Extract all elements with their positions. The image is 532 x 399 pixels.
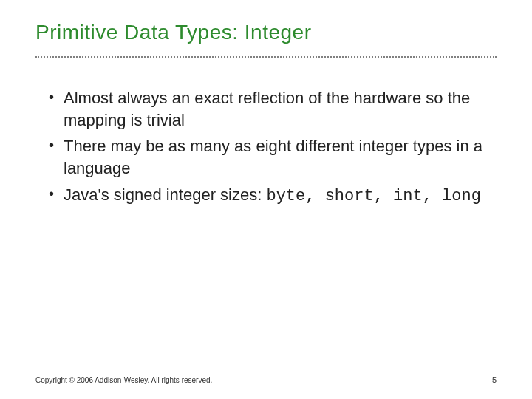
bullet-text: Java's signed integer sizes: <box>64 185 266 204</box>
slide-container: Primitive Data Types: Integer Almost alw… <box>0 0 532 399</box>
copyright-text: Copyright © 2006 Addison-Wesley. All rig… <box>35 376 212 384</box>
code-text: byte, short, int, long <box>266 187 480 205</box>
page-number: 5 <box>492 375 497 384</box>
bullet-item: There may be as many as eight different … <box>49 135 497 179</box>
bullet-item: Almost always an exact reflection of the… <box>49 87 497 131</box>
bullet-list: Almost always an exact reflection of the… <box>35 87 497 207</box>
bullet-item: Java's signed integer sizes: byte, short… <box>49 184 497 208</box>
slide-title: Primitive Data Types: Integer <box>35 21 497 44</box>
divider-line <box>35 56 497 58</box>
bullet-text: There may be as many as eight different … <box>64 137 482 177</box>
bullet-text: Almost always an exact reflection of the… <box>64 89 470 129</box>
slide-footer: Copyright © 2006 Addison-Wesley. All rig… <box>35 375 497 384</box>
